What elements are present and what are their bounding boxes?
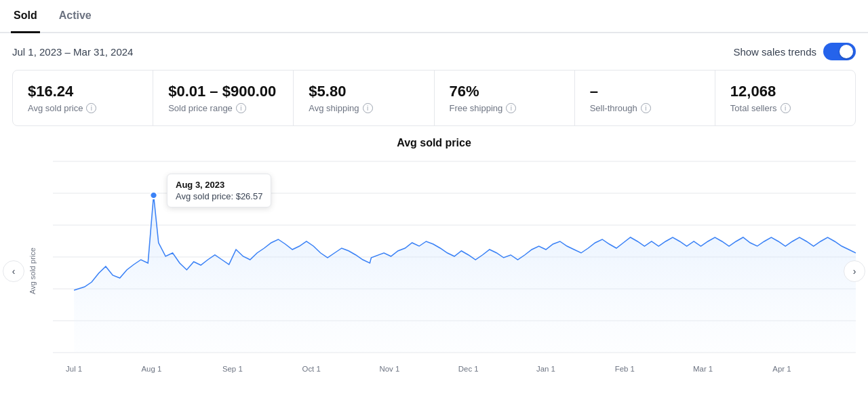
- toggle-section: Show sales trends: [733, 43, 856, 60]
- stat-label-total-sellers: Total sellers: [730, 103, 777, 113]
- info-icon-sell-through[interactable]: i: [641, 103, 651, 113]
- date-range: Jul 1, 2023 – Mar 31, 2024: [12, 46, 133, 58]
- tabs-container: Sold Active: [0, 0, 868, 33]
- header-row: Jul 1, 2023 – Mar 31, 2024 Show sales tr…: [0, 33, 868, 70]
- tab-sold[interactable]: Sold: [11, 0, 40, 33]
- chart-title: Avg sold price: [12, 137, 856, 149]
- svg-point-24: [150, 192, 157, 199]
- svg-text:Feb 1: Feb 1: [615, 365, 635, 373]
- stat-price-range: $0.01 – $900.00 Sold price range i: [153, 71, 294, 125]
- sales-trends-toggle[interactable]: [823, 43, 856, 60]
- nav-right-arrow[interactable]: ›: [844, 260, 865, 282]
- svg-text:Apr 1: Apr 1: [772, 365, 791, 373]
- chart-svg[interactable]: $30.00 $25.00 $20.00 $15.00 $10.00 $5.00…: [53, 155, 856, 385]
- stat-value-avg-sold: $16.24: [28, 83, 138, 100]
- svg-text:Jul 1: Jul 1: [66, 365, 82, 373]
- stat-label-avg-sold: Avg sold price: [28, 103, 83, 113]
- stat-value-sell-through: –: [590, 83, 700, 100]
- stat-sell-through: – Sell-through i: [575, 71, 715, 125]
- chart-wrap: ‹ Avg sold price Aug 3, 2023 Avg sold pr…: [12, 155, 856, 388]
- svg-text:Aug 1: Aug 1: [141, 365, 161, 373]
- info-icon-avg-sold[interactable]: i: [86, 103, 96, 113]
- info-icon-price-range[interactable]: i: [236, 103, 246, 113]
- svg-text:Nov 1: Nov 1: [380, 365, 400, 373]
- stat-value-avg-shipping: $5.80: [309, 83, 418, 100]
- info-icon-avg-shipping[interactable]: i: [363, 103, 373, 113]
- chart-svg-wrap: Aug 3, 2023 Avg sold price: $26.57 $30.0…: [53, 155, 856, 388]
- stat-total-sellers: 12,068 Total sellers i: [715, 71, 855, 125]
- stat-value-free-shipping: 76%: [450, 83, 559, 100]
- nav-left-arrow[interactable]: ‹: [3, 260, 24, 282]
- stats-bar: $16.24 Avg sold price i $0.01 – $900.00 …: [12, 70, 856, 126]
- toggle-label: Show sales trends: [733, 46, 816, 58]
- stat-label-price-range: Sold price range: [168, 103, 233, 113]
- stat-avg-sold-price: $16.24 Avg sold price i: [13, 71, 153, 125]
- svg-text:Dec 1: Dec 1: [458, 365, 479, 373]
- svg-text:Mar 1: Mar 1: [693, 365, 713, 373]
- chart-container: Avg sold price ‹ Avg sold price Aug 3, 2…: [12, 137, 856, 388]
- stat-value-total-sellers: 12,068: [730, 83, 840, 100]
- stat-label-avg-shipping: Avg shipping: [309, 103, 359, 113]
- stat-label-free-shipping: Free shipping: [450, 103, 503, 113]
- info-icon-free-shipping[interactable]: i: [506, 103, 516, 113]
- stat-avg-shipping: $5.80 Avg shipping i: [294, 71, 434, 125]
- svg-text:Jan 1: Jan 1: [536, 365, 555, 373]
- svg-text:Sep 1: Sep 1: [222, 365, 243, 373]
- stat-free-shipping: 76% Free shipping i: [435, 71, 575, 125]
- stat-value-price-range: $0.01 – $900.00: [168, 83, 278, 100]
- svg-text:Oct 1: Oct 1: [302, 365, 321, 373]
- tab-active[interactable]: Active: [56, 0, 94, 33]
- stat-label-sell-through: Sell-through: [590, 103, 637, 113]
- info-icon-total-sellers[interactable]: i: [781, 103, 791, 113]
